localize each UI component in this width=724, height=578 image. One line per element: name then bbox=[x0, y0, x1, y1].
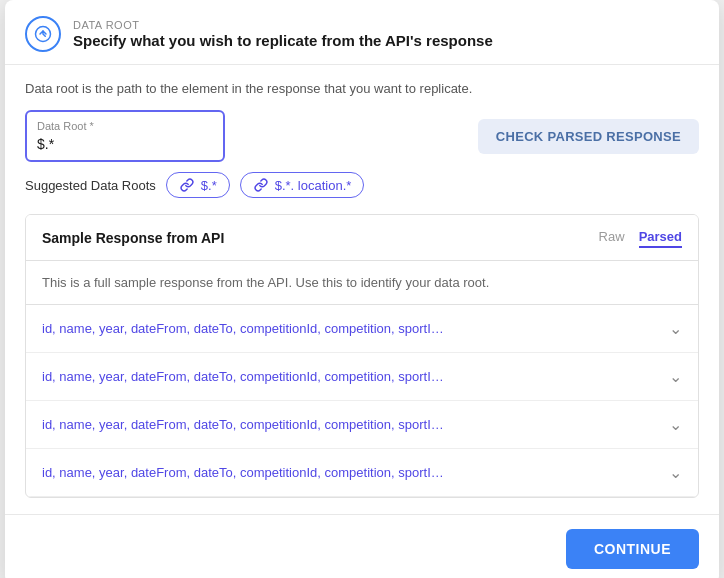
sample-info-text: This is a full sample response from the … bbox=[26, 261, 698, 305]
response-row-4[interactable]: id, name, year, dateFrom, dateTo, compet… bbox=[26, 449, 698, 497]
data-root-label: Data Root * bbox=[37, 120, 213, 132]
sample-response-section: Sample Response from API Raw Parsed This… bbox=[25, 214, 699, 498]
suggested-roots-label: Suggested Data Roots bbox=[25, 178, 156, 193]
check-parsed-response-button[interactable]: CHECK PARSED RESPONSE bbox=[478, 119, 699, 154]
suggestion-chip-2[interactable]: $.*. location.* bbox=[240, 172, 365, 198]
link-icon-2 bbox=[253, 177, 269, 193]
description-text: Data root is the path to the element in … bbox=[25, 81, 699, 96]
chevron-down-icon-2: ⌄ bbox=[669, 367, 682, 386]
data-root-icon bbox=[25, 16, 61, 52]
response-row-1[interactable]: id, name, year, dateFrom, dateTo, compet… bbox=[26, 305, 698, 353]
row-3-fields: id, name, year, dateFrom, dateTo, compet… bbox=[42, 417, 661, 432]
tab-raw[interactable]: Raw bbox=[599, 227, 625, 248]
header-subtitle: Specify what you wish to replicate from … bbox=[73, 32, 493, 49]
response-row-2[interactable]: id, name, year, dateFrom, dateTo, compet… bbox=[26, 353, 698, 401]
header-text: Data Root Specify what you wish to repli… bbox=[73, 19, 493, 49]
view-tabs: Raw Parsed bbox=[599, 227, 682, 248]
sample-response-header: Sample Response from API Raw Parsed bbox=[26, 215, 698, 261]
header-title: Data Root bbox=[73, 19, 493, 31]
tab-parsed[interactable]: Parsed bbox=[639, 227, 682, 248]
modal-header: Data Root Specify what you wish to repli… bbox=[5, 0, 719, 65]
row-4-fields: id, name, year, dateFrom, dateTo, compet… bbox=[42, 465, 661, 480]
row-1-fields: id, name, year, dateFrom, dateTo, compet… bbox=[42, 321, 661, 336]
response-row-3[interactable]: id, name, year, dateFrom, dateTo, compet… bbox=[26, 401, 698, 449]
data-root-input-box[interactable]: Data Root * $.* bbox=[25, 110, 225, 162]
continue-button[interactable]: CONTINUE bbox=[566, 529, 699, 569]
chevron-down-icon-3: ⌄ bbox=[669, 415, 682, 434]
sample-response-title: Sample Response from API bbox=[42, 230, 599, 246]
chip-1-text: $.* bbox=[201, 178, 217, 193]
response-rows: id, name, year, dateFrom, dateTo, compet… bbox=[26, 305, 698, 497]
suggestion-chip-1[interactable]: $.* bbox=[166, 172, 230, 198]
chip-2-text: $.*. location.* bbox=[275, 178, 352, 193]
row-2-fields: id, name, year, dateFrom, dateTo, compet… bbox=[42, 369, 661, 384]
chevron-down-icon-1: ⌄ bbox=[669, 319, 682, 338]
suggested-roots-section: Suggested Data Roots $.* $.*. bbox=[25, 172, 699, 198]
input-section: Data Root * $.* CHECK PARSED RESPONSE bbox=[25, 110, 699, 162]
link-icon-1 bbox=[179, 177, 195, 193]
data-root-value: $.* bbox=[37, 136, 213, 152]
modal-container: Data Root Specify what you wish to repli… bbox=[5, 0, 719, 578]
modal-body: Data root is the path to the element in … bbox=[5, 65, 719, 514]
modal-footer: CONTINUE bbox=[5, 514, 719, 578]
chevron-down-icon-4: ⌄ bbox=[669, 463, 682, 482]
